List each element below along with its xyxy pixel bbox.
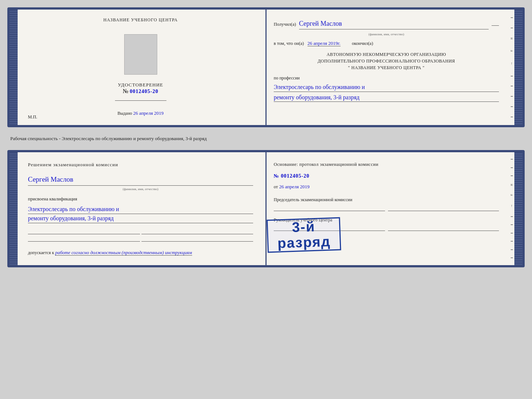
fio-sublabel-2: (фамилия, имя, отчество)	[28, 186, 253, 192]
right-sig-line-1	[274, 206, 385, 211]
issued-line: Выдано 26 апреля 2019	[118, 110, 164, 116]
spine-dash	[511, 249, 513, 250]
profession-line2-1: ремонту оборудования, 3-й разряд	[274, 93, 499, 102]
certificate-card-2: Решением экзаменационной комиссии Сергей…	[7, 150, 525, 267]
right-sig-row-1	[274, 206, 499, 211]
date-prefix: от	[274, 184, 278, 189]
cert-number: 0012405-20	[130, 89, 158, 94]
card2-right-panel: Основание: протокол экзаменационной коми…	[263, 152, 509, 265]
chairman-text: Председатель экзаменационной комиссии	[274, 197, 352, 202]
stamp-line1: 3-й разряд	[277, 219, 331, 251]
org-line2: ДОПОЛНИТЕЛЬНОГО ПРОФЕССИОНАЛЬНОГО ОБРАЗО…	[274, 58, 499, 64]
fio-sublabel-1: (фамилия, имя, отчество)	[274, 32, 499, 37]
decision-title: Решением экзаменационной комиссии	[28, 161, 253, 168]
profession-line1-2: Электрослесарь по обслуживанию и	[28, 205, 253, 214]
allows-value: работе согласно должностным (производств…	[55, 250, 192, 256]
cert-number-line: № 0012405-20	[118, 88, 163, 95]
sig-line-3	[28, 236, 140, 242]
protocol-date-val: 26 апреля 2019	[279, 184, 310, 189]
in-that-line: в том, что он(а) 26 апреля 2019г. окончи…	[274, 40, 499, 47]
org-line1: АВТОНОМНУЮ НЕКОММЕРЧЕСКУЮ ОРГАНИЗАЦИЮ	[274, 51, 499, 58]
spine-dash	[511, 216, 513, 217]
doc-inner-1: НАЗВАНИЕ УЧЕБНОГО ЦЕНТРА УДОСТОВЕРЕНИЕ №…	[18, 10, 514, 125]
signature-line-1	[115, 100, 166, 101]
cert-title-block: УДОСТОВЕРЕНИЕ № 0012405-20	[118, 82, 163, 95]
protocol-date-line: от 26 апреля 2019	[274, 183, 499, 191]
photo-placeholder	[124, 34, 157, 75]
card2-left-panel: Решением экзаменационной комиссии Сергей…	[18, 152, 263, 265]
vert-text-kl2: ←	[510, 204, 514, 209]
cert-label: УДОСТОВЕРЕНИЕ	[118, 82, 163, 88]
mp-label: М.П.	[28, 114, 37, 120]
page-container: НАЗВАНИЕ УЧЕБНОГО ЦЕНТРА УДОСТОВЕРЕНИЕ №…	[7, 7, 525, 267]
spine-right-1	[514, 10, 522, 125]
recipient-line: Получил(а) Сергей Маслов	[274, 18, 499, 29]
allows-label: допускается к	[28, 250, 54, 255]
org-block: АВТОНОМНУЮ НЕКОММЕРЧЕСКУЮ ОРГАНИЗАЦИЮ ДО…	[274, 51, 499, 71]
assigned-label: присвоена квалификация	[28, 195, 253, 203]
issued-date: 26 апреля 2019	[133, 110, 164, 116]
org-line3: " НАЗВАНИЕ УЧЕБНОГО ЦЕНТРА "	[274, 64, 499, 71]
vert-text-а2: а	[510, 194, 514, 196]
allows-line: допускается к работе согласно должностны…	[28, 249, 253, 256]
basis-title: Основание: протокол экзаменационной коми…	[274, 161, 499, 168]
right-spine-marks-2: и а ←	[509, 152, 514, 265]
right-spine-marks-1: и а ←	[509, 10, 514, 125]
spine-dash	[511, 224, 513, 225]
spine-dash	[511, 257, 513, 258]
spine-dash	[511, 76, 513, 76]
protocol-number: 0012405-20	[281, 173, 310, 179]
finished-label: окончил(а)	[352, 41, 373, 46]
sig-row-2	[28, 236, 253, 242]
sig-lines-block	[28, 229, 253, 242]
spine-dash	[511, 117, 513, 117]
spine-dash	[511, 233, 513, 234]
profession-label-1: по профессии	[274, 75, 499, 82]
spine-dash	[511, 159, 513, 160]
sig-row-1	[28, 229, 253, 234]
certificate-card-1: НАЗВАНИЕ УЧЕБНОГО ЦЕНТРА УДОСТОВЕРЕНИЕ №…	[7, 7, 525, 127]
right-sig-line-4	[388, 226, 499, 231]
right-sig-area	[274, 206, 499, 211]
profession-line1-1: Электрослесарь по обслуживанию и	[274, 83, 499, 92]
in-that-label: в том, что он(а)	[274, 41, 304, 46]
spine-dash	[511, 175, 513, 176]
sig-line-2	[141, 229, 254, 234]
sig-line-1	[28, 229, 140, 234]
card1-org-title: НАЗВАНИЕ УЧЕБНОГО ЦЕНТРА	[103, 17, 178, 23]
chairman-label: Председатель экзаменационной комиссии	[274, 197, 499, 203]
card1-left-panel: НАЗВАНИЕ УЧЕБНОГО ЦЕНТРА УДОСТОВЕРЕНИЕ №…	[18, 10, 263, 125]
vert-text-kl: ←	[510, 62, 514, 66]
spine-dash	[511, 241, 513, 242]
date-handwritten-1: 26 апреля 2019г.	[308, 40, 341, 46]
sig-line-4	[141, 236, 254, 242]
spine-left-1	[10, 10, 18, 125]
protocol-number-line: № 0012405-20	[274, 172, 499, 181]
spine-right-2	[514, 152, 522, 265]
vert-text-и2: и	[510, 184, 514, 186]
profession-line2-2: ремонту оборудования, 3-й разряд	[28, 214, 253, 223]
right-sig-line-2	[388, 206, 499, 211]
received-label: Получил(а)	[274, 21, 296, 28]
spine-left-2	[10, 152, 18, 265]
spine-dash	[511, 28, 513, 28]
vert-text-а: а	[510, 50, 514, 52]
recipient-name: Сергей Маслов	[299, 18, 489, 29]
stamp-block: 3-й разряд	[266, 217, 341, 253]
issued-label: Выдано	[118, 111, 132, 116]
spine-dash	[511, 86, 513, 86]
spine-dash	[511, 17, 513, 18]
number-prefix: №	[274, 173, 279, 179]
vert-text-и: и	[510, 38, 514, 40]
doc-inner-2: Решением экзаменационной комиссии Сергей…	[18, 152, 514, 265]
spine-dash	[511, 96, 513, 97]
dash-after-name	[492, 25, 499, 26]
spine-dash	[511, 106, 513, 107]
spine-dash	[511, 167, 513, 168]
card1-right-panel: Получил(а) Сергей Маслов (фамилия, имя, …	[263, 10, 509, 125]
between-cards-text: Рабочая специальность - Электрослесарь п…	[7, 134, 525, 143]
stamp-text: 3-й разряд	[268, 218, 340, 252]
name-handwritten-2: Сергей Маслов	[28, 174, 253, 185]
cert-number-prefix: №	[123, 88, 128, 94]
